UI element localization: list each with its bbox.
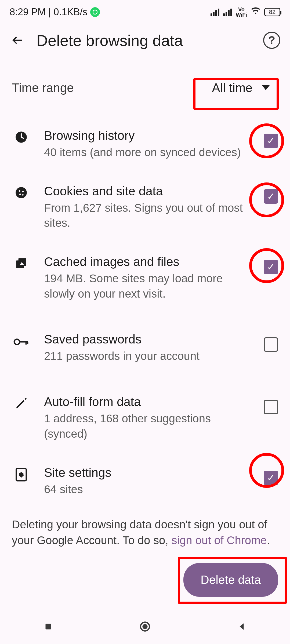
time-range-select[interactable]: All time — [203, 75, 278, 100]
key-icon — [12, 332, 31, 346]
item-subtitle: 1 address, 168 other suggestions (synced… — [44, 411, 250, 441]
checkbox-site-settings[interactable]: ✓ — [264, 471, 278, 485]
svg-point-11 — [20, 473, 23, 476]
status-time: 8:29 PM — [10, 6, 46, 18]
checkmark-icon: ✓ — [267, 472, 275, 484]
image-stack-icon — [12, 254, 31, 270]
svg-point-2 — [19, 190, 20, 192]
item-title: Cookies and site data — [44, 184, 250, 198]
action-row: Delete data — [0, 557, 290, 603]
nav-back-button[interactable] — [235, 620, 248, 633]
svg-point-14 — [143, 625, 147, 629]
svg-point-9 — [14, 339, 20, 345]
item-cookies[interactable]: Cookies and site data From 1,627 sites. … — [0, 172, 290, 243]
svg-rect-12 — [46, 624, 51, 630]
time-range-row: Time range All time — [0, 56, 290, 108]
clock-icon — [12, 128, 31, 144]
checkbox-autofill[interactable] — [264, 400, 278, 414]
checkmark-icon: ✓ — [267, 261, 275, 273]
status-separator: | — [48, 6, 51, 18]
item-subtitle: 40 items (and more on synced devices) — [44, 145, 250, 160]
checkbox-passwords[interactable] — [264, 337, 278, 352]
svg-point-3 — [22, 191, 24, 192]
footer-note: Deleting your browsing data doesn't sign… — [0, 509, 290, 557]
item-title: Saved passwords — [44, 332, 250, 346]
whatsapp-icon — [90, 7, 100, 17]
vowifi-icon: VoWiFi — [236, 7, 247, 17]
sign-out-link[interactable]: sign out of Chrome — [172, 534, 267, 547]
item-subtitle: 211 passwords in your account — [44, 349, 250, 364]
item-title: Auto-fill form data — [44, 394, 250, 409]
signal-icon-2 — [223, 8, 232, 16]
svg-point-1 — [16, 187, 27, 198]
pencil-icon — [12, 394, 31, 410]
item-title: Site settings — [44, 465, 250, 480]
status-bar: 8:29 PM | 0.1KB/s VoWiFi 82 — [0, 0, 290, 24]
data-list: Browsing history 40 items (and more on s… — [0, 108, 290, 509]
system-nav-bar — [0, 609, 290, 644]
item-browsing-history[interactable]: Browsing history 40 items (and more on s… — [0, 116, 290, 172]
checkmark-icon: ✓ — [267, 135, 275, 147]
item-autofill[interactable]: Auto-fill form data 1 address, 168 other… — [0, 383, 290, 453]
svg-point-4 — [19, 193, 21, 195]
nav-home-button[interactable] — [138, 620, 152, 633]
signal-icon — [211, 8, 219, 16]
item-title: Browsing history — [44, 128, 250, 143]
checkbox-cached[interactable]: ✓ — [264, 260, 278, 274]
item-cached[interactable]: Cached images and files 194 MB. Some sit… — [0, 243, 290, 313]
checkmark-icon: ✓ — [267, 191, 275, 202]
back-button[interactable] — [10, 32, 26, 48]
status-data-rate: 0.1KB/s — [53, 6, 87, 18]
app-header: Delete browsing data ? — [0, 24, 290, 56]
battery-icon: 82 — [264, 8, 280, 16]
nav-recent-button[interactable] — [42, 620, 55, 633]
time-range-label: Time range — [12, 80, 74, 95]
cookie-icon — [12, 184, 31, 199]
time-range-value: All time — [212, 80, 252, 95]
wifi-icon — [251, 6, 260, 18]
delete-data-button[interactable]: Delete data — [183, 563, 278, 597]
item-passwords[interactable]: Saved passwords 211 passwords in your ac… — [0, 313, 290, 383]
svg-point-5 — [22, 194, 24, 195]
chevron-down-icon — [262, 85, 270, 90]
battery-level: 82 — [269, 9, 276, 16]
help-button[interactable]: ? — [263, 32, 280, 49]
checkbox-cookies[interactable]: ✓ — [264, 189, 278, 204]
item-site-settings[interactable]: Site settings 64 sites ✓ — [0, 453, 290, 509]
item-subtitle: 64 sites — [44, 482, 250, 497]
checkbox-browsing-history[interactable]: ✓ — [264, 134, 278, 148]
page-title: Delete browsing data — [37, 31, 252, 49]
settings-page-icon — [12, 465, 31, 482]
item-subtitle: From 1,627 sites. Signs you out of most … — [44, 200, 250, 231]
item-subtitle: 194 MB. Some sites may load more slowly … — [44, 271, 250, 301]
item-title: Cached images and files — [44, 254, 250, 269]
footer-text-after: . — [267, 534, 270, 547]
